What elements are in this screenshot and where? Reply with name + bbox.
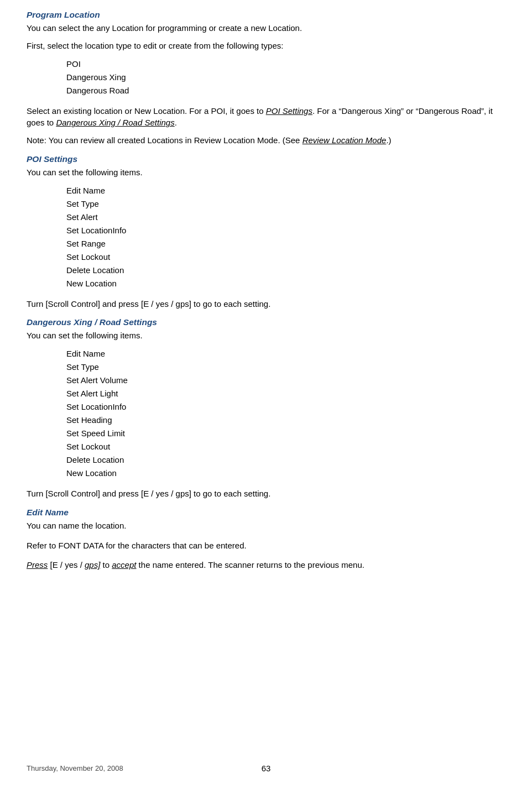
press-accept: accept bbox=[112, 560, 136, 569]
list-item: Set Alert Light bbox=[66, 387, 505, 400]
page-title: Program Location bbox=[27, 10, 505, 20]
press-gps: gps] bbox=[85, 560, 100, 569]
select-text-before: Select an existing location or New Locat… bbox=[27, 106, 266, 116]
dangerous-items-list: Edit Name Set Type Set Alert Volume Set … bbox=[66, 347, 505, 480]
list-item: Set Lockout bbox=[66, 440, 505, 453]
list-item: Set Alert bbox=[66, 211, 505, 224]
note-paragraph: Note: You can review all created Locatio… bbox=[27, 134, 505, 147]
dangerous-link: Dangerous Xing / Road Settings bbox=[56, 118, 174, 127]
list-item: Delete Location bbox=[66, 453, 505, 467]
list-item: New Location bbox=[66, 277, 505, 290]
list-item: Set Speed Limit bbox=[66, 427, 505, 440]
dangerous-intro: You can set the following items. bbox=[27, 330, 505, 342]
list-item: Set Lockout bbox=[66, 250, 505, 264]
list-item: Set Range bbox=[66, 237, 505, 250]
select-text-after: . bbox=[175, 118, 177, 127]
footer: Thursday, November 20, 2008 63 bbox=[0, 764, 532, 772]
list-item: Delete Location bbox=[66, 264, 505, 277]
poi-intro: You can set the following items. bbox=[27, 166, 505, 179]
intro-paragraph-1: You can select the any Location for prog… bbox=[27, 22, 505, 34]
poi-items-list: Edit Name Set Type Set Alert Set Locatio… bbox=[66, 184, 505, 290]
note-before: Note: You can review all created Locatio… bbox=[27, 135, 302, 145]
press-e: [E / yes / bbox=[48, 560, 85, 569]
list-item: Set Type bbox=[66, 197, 505, 211]
location-types-list: POI Dangerous Xing Dangerous Road bbox=[66, 58, 505, 97]
poi-settings-link: POI Settings bbox=[266, 106, 312, 116]
list-item: Set Heading bbox=[66, 414, 505, 427]
list-item: Set Alert Volume bbox=[66, 374, 505, 387]
list-item: Edit Name bbox=[66, 184, 505, 197]
list-item: Dangerous Xing bbox=[66, 71, 505, 84]
intro-paragraph-2: First, select the location type to edit … bbox=[27, 40, 505, 52]
footer-page-number: 63 bbox=[262, 764, 271, 773]
press-to: to bbox=[100, 560, 112, 569]
select-location-paragraph: Select an existing location or New Locat… bbox=[27, 105, 505, 129]
press-label: Press bbox=[27, 560, 48, 569]
list-item: Set LocationInfo bbox=[66, 224, 505, 237]
font-ref-text: Refer to FONT DATA for the characters th… bbox=[27, 540, 505, 552]
review-link: Review Location Mode bbox=[302, 135, 387, 145]
list-item: Set LocationInfo bbox=[66, 400, 505, 414]
list-item: Dangerous Road bbox=[66, 84, 505, 97]
dangerous-turn-text: Turn [Scroll Control] and press [E / yes… bbox=[27, 488, 505, 500]
list-item: Set Type bbox=[66, 360, 505, 374]
dangerous-section-title: Dangerous Xing / Road Settings bbox=[27, 317, 505, 327]
list-item: Edit Name bbox=[66, 347, 505, 360]
poi-turn-text: Turn [Scroll Control] and press [E / yes… bbox=[27, 298, 505, 310]
edit-name-title: Edit Name bbox=[27, 508, 505, 518]
list-item: New Location bbox=[66, 467, 505, 480]
poi-section-title: POI Settings bbox=[27, 154, 505, 164]
press-rest: the name entered. The scanner returns to… bbox=[136, 560, 364, 569]
edit-name-desc: You can name the location. bbox=[27, 520, 505, 532]
press-paragraph: Press [E / yes / gps] to accept the name… bbox=[27, 559, 505, 571]
note-after: .) bbox=[386, 135, 391, 145]
list-item: POI bbox=[66, 58, 505, 71]
